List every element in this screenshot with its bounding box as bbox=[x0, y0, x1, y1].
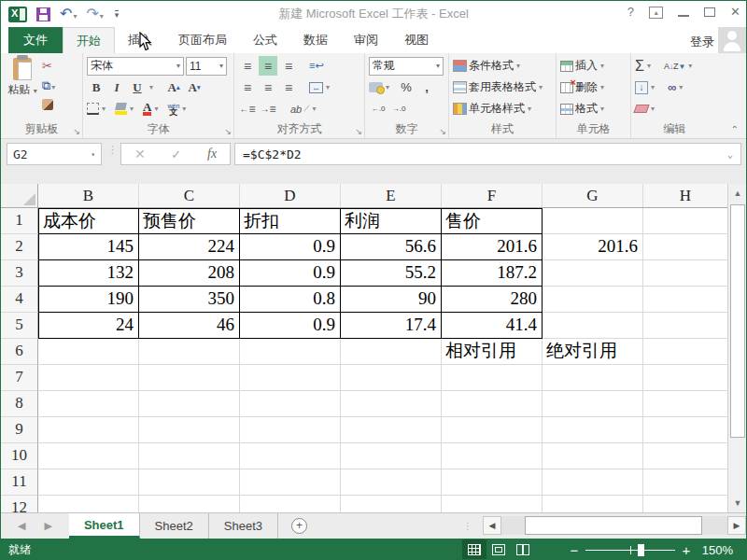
cell-H10[interactable] bbox=[643, 443, 728, 469]
cancel-icon[interactable]: ✕ bbox=[134, 147, 146, 161]
row-header-5[interactable]: 5 bbox=[1, 313, 38, 339]
cell-C2[interactable]: 224 bbox=[139, 234, 240, 260]
redo-button[interactable]: ↷▾ bbox=[86, 7, 103, 21]
cell-C11[interactable] bbox=[139, 469, 240, 496]
fill-down-icon[interactable]: ↓ bbox=[635, 81, 648, 94]
cell-G3[interactable] bbox=[543, 260, 643, 287]
font-color-icon[interactable]: A bbox=[143, 102, 151, 116]
minimize-button[interactable] bbox=[678, 7, 689, 17]
vertical-scroll-thumb[interactable] bbox=[730, 204, 745, 438]
cell-C9[interactable] bbox=[139, 417, 240, 443]
align-right-button[interactable]: ≡ bbox=[279, 77, 298, 97]
cell-H11[interactable] bbox=[643, 469, 728, 496]
merge-center-icon[interactable]: ↔ bbox=[309, 82, 323, 93]
comma-style-button[interactable]: , bbox=[417, 77, 436, 97]
cell-E8[interactable] bbox=[341, 391, 442, 417]
cell-D4[interactable]: 0.8 bbox=[240, 287, 341, 313]
format-as-table-button[interactable]: 套用表格格式▾ bbox=[451, 77, 554, 98]
fill-color-icon[interactable] bbox=[115, 103, 127, 115]
chevron-down-icon[interactable]: ▾ bbox=[100, 12, 104, 21]
cell-B11[interactable] bbox=[38, 469, 139, 496]
cell-E12[interactable] bbox=[341, 496, 442, 512]
new-sheet-icon[interactable]: + bbox=[291, 518, 307, 534]
cell-C7[interactable] bbox=[139, 365, 240, 391]
cell-F8[interactable] bbox=[442, 391, 543, 417]
cell-H4[interactable] bbox=[643, 287, 728, 313]
row-header-1[interactable]: 1 bbox=[1, 208, 38, 234]
tab-home[interactable]: 开始 bbox=[63, 27, 115, 53]
row-header-9[interactable]: 9 bbox=[1, 417, 38, 443]
cell-B3[interactable]: 132 bbox=[38, 260, 139, 287]
column-header-E[interactable]: E bbox=[341, 184, 442, 207]
cell-B1[interactable]: 成本价 bbox=[38, 208, 139, 234]
underline-button[interactable]: U bbox=[128, 77, 147, 97]
cell-H12[interactable] bbox=[643, 496, 728, 512]
cell-H8[interactable] bbox=[643, 391, 728, 417]
tab-split-handle[interactable]: ⋮ bbox=[463, 521, 473, 531]
cell-D7[interactable] bbox=[240, 365, 341, 391]
sheet-tab-sheet1[interactable]: Sheet1 bbox=[69, 513, 140, 539]
cell-H3[interactable] bbox=[643, 260, 728, 287]
cell-C12[interactable] bbox=[139, 496, 240, 512]
italic-button[interactable]: I bbox=[107, 77, 126, 97]
chevron-down-icon[interactable]: ▾ bbox=[73, 12, 77, 21]
phonetic-guide-icon[interactable]: wén文 bbox=[167, 104, 179, 115]
cell-E9[interactable] bbox=[341, 417, 442, 443]
delete-cells-button[interactable]: 删除▾ bbox=[558, 77, 628, 98]
cell-E1[interactable]: 利润 bbox=[341, 208, 442, 234]
copy-button[interactable]: ⧉▾ bbox=[42, 78, 55, 93]
column-header-G[interactable]: G bbox=[543, 184, 643, 207]
zoom-out-button[interactable]: − bbox=[567, 542, 582, 558]
row-header-7[interactable]: 7 bbox=[1, 365, 38, 391]
cell-C10[interactable] bbox=[139, 443, 240, 469]
cell-F2[interactable]: 201.6 bbox=[442, 234, 543, 260]
sort-filter-icon[interactable]: A↓Z▼ bbox=[664, 62, 685, 71]
cell-H7[interactable] bbox=[643, 365, 728, 391]
underline-dropdown-icon[interactable]: ▾ bbox=[149, 83, 153, 91]
save-icon[interactable] bbox=[36, 7, 50, 21]
insert-cells-button[interactable]: 插入▾ bbox=[558, 55, 628, 77]
increase-indent-button[interactable]: →≡ bbox=[259, 99, 277, 119]
horizontal-scroll-track[interactable] bbox=[501, 516, 727, 535]
tab-data[interactable]: 数据 bbox=[290, 27, 341, 53]
borders-icon[interactable] bbox=[87, 103, 99, 115]
close-button[interactable]: ✕ bbox=[730, 5, 740, 20]
cell-E3[interactable]: 55.2 bbox=[341, 260, 442, 287]
page-layout-view-button[interactable] bbox=[486, 539, 511, 560]
middle-align-button[interactable]: ≡ bbox=[259, 56, 277, 76]
horizontal-scrollbar[interactable]: ⋮ ◀ ▶ bbox=[463, 513, 746, 538]
align-left-button[interactable]: ≡ bbox=[238, 77, 257, 97]
prev-sheet-icon[interactable]: ◀ bbox=[18, 520, 25, 532]
cell-D8[interactable] bbox=[240, 391, 341, 417]
cell-B2[interactable]: 145 bbox=[38, 234, 139, 260]
cell-G6[interactable]: 绝对引用 bbox=[543, 339, 643, 365]
decrease-decimal-button[interactable]: →.0 bbox=[389, 99, 408, 119]
format-painter-icon[interactable] bbox=[42, 99, 53, 110]
cell-B9[interactable] bbox=[38, 417, 139, 443]
cell-C1[interactable]: 预售价 bbox=[139, 208, 240, 234]
row-header-2[interactable]: 2 bbox=[1, 234, 38, 260]
grow-font-button[interactable]: A bbox=[164, 77, 183, 97]
wrap-text-icon[interactable]: ≡↩ bbox=[309, 60, 324, 72]
cell-C5[interactable]: 46 bbox=[139, 313, 240, 339]
column-header-F[interactable]: F bbox=[442, 184, 543, 207]
sheet-tab-sheet2[interactable]: Sheet2 bbox=[140, 513, 209, 539]
cell-F11[interactable] bbox=[442, 469, 543, 496]
tab-formulas[interactable]: 公式 bbox=[240, 27, 290, 53]
top-align-button[interactable]: ≡ bbox=[238, 56, 257, 76]
cell-D1[interactable]: 折扣 bbox=[240, 208, 341, 234]
font-dialog-launcher[interactable]: ↘ bbox=[224, 128, 232, 136]
cell-F12[interactable] bbox=[442, 496, 543, 512]
formula-input[interactable]: =$C$2*D2 ⌄ bbox=[234, 143, 741, 165]
next-sheet-icon[interactable]: ▶ bbox=[44, 520, 51, 532]
cell-G2[interactable]: 201.6 bbox=[543, 234, 643, 260]
cell-G9[interactable] bbox=[543, 417, 643, 443]
row-header-4[interactable]: 4 bbox=[1, 287, 38, 313]
scroll-up-icon[interactable]: ▲ bbox=[729, 185, 746, 202]
cell-E10[interactable] bbox=[341, 443, 442, 469]
cell-H1[interactable] bbox=[643, 208, 728, 234]
expand-formula-bar-icon[interactable]: ⌄ bbox=[727, 149, 733, 160]
column-header-B[interactable]: B bbox=[38, 184, 139, 207]
format-cells-button[interactable]: 格式▾ bbox=[558, 98, 628, 119]
vertical-scrollbar[interactable]: ▲ ▼ bbox=[727, 184, 746, 512]
